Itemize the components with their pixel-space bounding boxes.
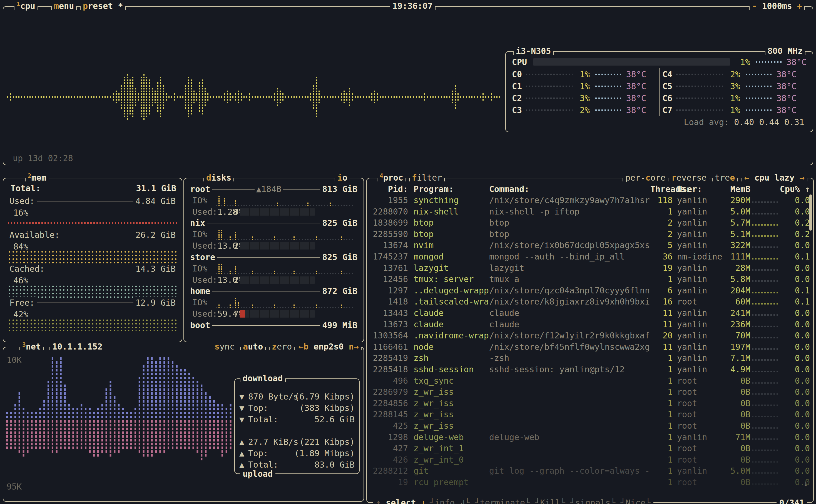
column-pid[interactable]: Pid:: [369, 184, 408, 194]
mem-graph-red: [8, 222, 177, 224]
column-command[interactable]: Command:: [489, 184, 650, 194]
process-row[interactable]: 13673claudeclaude11yanlin236M0.0: [369, 319, 811, 330]
disk-used-meter: [240, 276, 315, 284]
process-row[interactable]: 2288212gitgit log --graph --color=always…: [369, 465, 811, 476]
process-row[interactable]: 12456tmux: servertmux a1yanlin5.8M0.0: [369, 273, 811, 285]
disks-box-title[interactable]: disks: [203, 172, 234, 183]
process-cpu-graph: [752, 438, 778, 440]
cpu-box-title[interactable]: 1cpu: [14, 1, 38, 12]
proc-per-core-toggle[interactable]: per-core: [623, 172, 668, 183]
column-threads[interactable]: Threads:: [650, 184, 673, 194]
process-cpu-graph: [752, 393, 778, 395]
cpu-cores-table: C01%38°CC11%38°CC23%38°CC32%38°C C42%38°…: [509, 68, 809, 116]
io-mode-toggle[interactable]: io: [335, 172, 350, 183]
proc-reverse-toggle[interactable]: reverse: [669, 172, 709, 183]
process-row[interactable]: 1955syncthing/nix/store/c4q9zmkzy9awy7h7…: [369, 194, 811, 206]
core-temp: 38°C: [772, 93, 797, 103]
net-zero-toggle[interactable]: zero: [269, 341, 295, 352]
preset-button[interactable]: preset *: [80, 1, 126, 12]
process-row[interactable]: 2285418sshd-sessionsshd-session: yanlin@…: [369, 364, 811, 375]
process-row[interactable]: 496txg_sync1root0B0.0: [369, 375, 811, 386]
mem-box-title[interactable]: 2mem: [25, 172, 49, 183]
update-interval-control[interactable]: - 1000ms +: [749, 1, 805, 12]
core-row-c2: C23%38°C: [509, 92, 659, 104]
process-row[interactable]: 426z_wr_int_01root0B0.0: [369, 454, 811, 465]
process-cpu-graph: [752, 235, 778, 237]
net-stat-row: ▲Total:83.0 GiB: [239, 459, 355, 470]
process-row[interactable]: 425z_wr_iss1root0B0.0: [369, 420, 811, 431]
core-usage-graph: [526, 86, 573, 87]
proc-box-title[interactable]: 4proc: [377, 172, 406, 183]
core-temp-graph: [746, 86, 772, 87]
process-row[interactable]: 2285419zsh-zsh1yanlin7.1M0.0: [369, 352, 811, 363]
process-row[interactable]: 1303564.navidrome-wrap/nix/store/f12w1yi…: [369, 330, 811, 341]
core-temp: 38°C: [772, 69, 797, 79]
process-row[interactable]: 13761lazygitlazygit19yanlin28M0.0: [369, 262, 811, 273]
process-row[interactable]: 1418.tailscaled-wra/nix/store/k8jgiaxrz8…: [369, 296, 811, 307]
process-cpu-graph: [752, 224, 778, 226]
scroll-down-icon[interactable]: ↓: [803, 478, 808, 489]
interval-minus-button[interactable]: -: [752, 1, 757, 11]
core-temp: 38°C: [772, 81, 797, 91]
proc-table-header: Pid: Program: Command: Threads: User: Me…: [369, 183, 811, 194]
core-usage-graph: [676, 98, 723, 99]
process-row[interactable]: 2285590btopbtop2yanlin5.1M0.2: [369, 228, 811, 239]
column-cpu[interactable]: Cpu% ↑: [779, 184, 810, 194]
net-stat-row: ▼Top:(383 Kibps): [239, 403, 355, 414]
mem-percent: 16%: [13, 207, 28, 218]
process-box: 4proc filter per-core reverse tree ← cpu…: [366, 178, 814, 503]
btop-screen: 1cpu menu preset * 19:36:07 - 1000ms + u…: [0, 0, 816, 504]
process-row[interactable]: 2288145z_wr_iss1root0B0.0: [369, 409, 811, 420]
process-row[interactable]: 1297..deluged-wrapp/nix/store/qzc04a3npl…: [369, 285, 811, 296]
core-percent: 1%: [573, 69, 590, 79]
column-mem[interactable]: MemB: [724, 184, 750, 194]
disk-store: store825 GiB: [188, 252, 360, 263]
proc-filter-button[interactable]: filter: [409, 172, 445, 183]
net-stat-row: ▼870 Byte/s(6.79 Kibps): [239, 391, 355, 402]
column-user[interactable]: User:: [677, 184, 724, 194]
mem-total-row: Total: 31.1 GiB: [11, 183, 176, 194]
process-row[interactable]: 2286979z_wr_iss1root0B0.0: [369, 386, 811, 397]
process-row[interactable]: 1166461node/nix/store/bf45nflf0wylnscwwa…: [369, 341, 811, 352]
core-usage-graph: [526, 109, 573, 111]
proc-select-control[interactable]: ↑ select ↓: [373, 497, 429, 504]
process-row[interactable]: 1838699btopbtop2yanlin5.7M0.2: [369, 217, 811, 228]
disk-root: root▲184B813 GiB: [188, 184, 360, 195]
proc-scrollbar-thumb[interactable]: [809, 194, 812, 231]
proc-tree-toggle[interactable]: tree: [712, 172, 738, 183]
process-row[interactable]: 1298deluge-webdeluge-web1yanlin71M0.0: [369, 431, 811, 443]
interval-plus-button[interactable]: +: [797, 1, 802, 11]
disk-used-meter: [240, 242, 315, 249]
load-average: Load avg: 0.40 0.44 0.31: [684, 117, 805, 128]
disk-home: home872 GiB: [188, 286, 360, 297]
core-temp-graph: [746, 74, 772, 75]
process-cpu-graph: [752, 213, 778, 214]
net-auto-toggle[interactable]: auto: [240, 341, 266, 352]
core-temp: 38°C: [622, 69, 646, 79]
column-program[interactable]: Program:: [414, 184, 489, 194]
proc-action-keys[interactable]: ┘info ↲└ ┘terminate└ ┘Kill└ ┘signals└ ┘N…: [427, 497, 653, 504]
process-cpu-graph: [752, 405, 778, 406]
cpu-total-temp: 38°C: [782, 57, 807, 67]
core-temp: 38°C: [622, 105, 646, 115]
process-row[interactable]: 2288070nix-shellnix-shell -p iftop1yanli…: [369, 206, 811, 217]
process-row[interactable]: 2284856z_wr_iss1root0B0.0: [369, 398, 811, 409]
net-stat-row: ▲27.7 KiB/s(221 Kibps): [239, 436, 355, 448]
process-row[interactable]: 1745237mongodmongod --auth --bind_ip_all…: [369, 251, 811, 262]
process-row[interactable]: 13443claudeclaude11yanlin241M0.0: [369, 307, 811, 318]
net-sync-toggle[interactable]: sync: [212, 341, 237, 352]
net-stat-row: ▲Top:(1.89 Mibps): [239, 448, 355, 459]
disk-used-meter: [240, 310, 315, 318]
process-row[interactable]: 13674nvim/nix/store/ix0b67dcdpl05xpagx5x…: [369, 239, 811, 251]
proc-selection-count: 0/341: [777, 497, 807, 504]
process-row[interactable]: 19rcu_preempt1root0B0.0: [369, 476, 811, 488]
net-interface-switcher[interactable]: ←b enp2s0 n→: [296, 341, 362, 352]
download-label: download: [240, 373, 286, 384]
proc-sort-selector[interactable]: ← cpu lazy →: [742, 172, 807, 183]
core-percent: 2%: [573, 105, 590, 115]
net-box-title[interactable]: 3net: [19, 341, 44, 352]
process-row[interactable]: 427z_wr_int_11root0B0.0: [369, 443, 811, 454]
menu-button[interactable]: menu: [51, 1, 77, 12]
core-row-c7: C71%38°C: [660, 104, 809, 116]
disk-used-meter: [240, 208, 315, 216]
